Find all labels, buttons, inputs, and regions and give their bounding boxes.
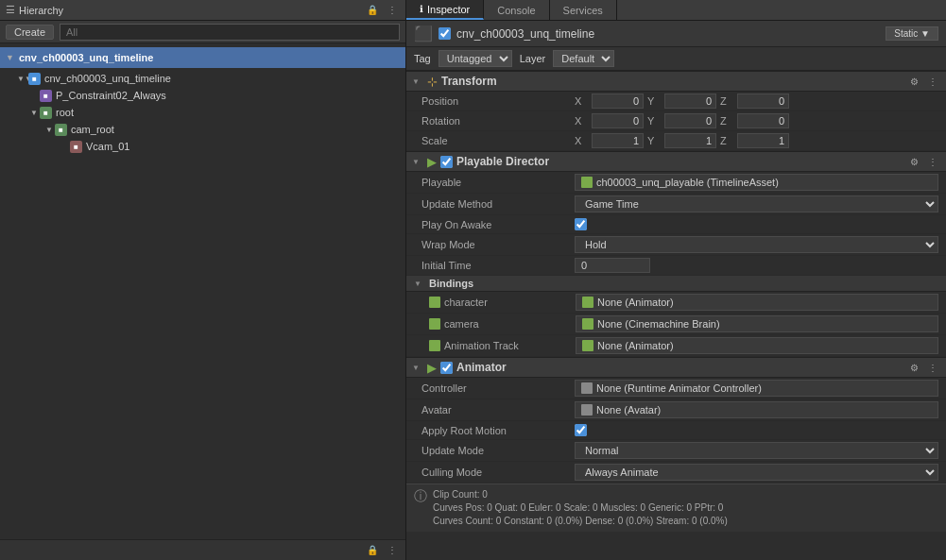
bindings-header[interactable]: Bindings xyxy=(406,276,946,292)
tree-item-cam-root[interactable]: ▼ ■ cam_root xyxy=(0,121,405,138)
hierarchy-icon: ☰ xyxy=(6,4,15,16)
tab-inspector[interactable]: ℹ Inspector xyxy=(406,0,484,20)
scale-x-input[interactable] xyxy=(592,133,644,148)
info-line3: Curves Count: 0 Constant: 0 (0.0%) Dense… xyxy=(433,515,938,528)
tab-services[interactable]: Services xyxy=(550,0,617,20)
tree-label-root-obj: cnv_ch00003_unq_timeline xyxy=(44,73,171,84)
playable-title: Playable Director xyxy=(456,155,549,168)
animator-header[interactable]: ▶ Animator ⚙ ⋮ xyxy=(406,357,946,378)
avatar-row: Avatar None (Avatar) xyxy=(406,399,946,421)
create-button[interactable]: Create xyxy=(6,25,54,40)
pos-x-input[interactable] xyxy=(592,93,644,109)
playable-active-checkbox[interactable] xyxy=(440,156,453,168)
animator-arrow xyxy=(412,364,423,372)
playable-settings-icon[interactable]: ⚙ xyxy=(907,156,921,168)
inspector-tab-icon: ℹ xyxy=(420,4,423,14)
animation-track-field-icon xyxy=(582,340,593,351)
rot-y-input[interactable] xyxy=(664,113,716,128)
animation-track-binding-field[interactable]: None (Animator) xyxy=(576,337,938,354)
wrap-mode-select[interactable]: Hold xyxy=(575,236,938,253)
update-mode-select[interactable]: Normal xyxy=(575,442,938,459)
transform-menu-icon[interactable]: ⋮ xyxy=(925,76,940,88)
tree-item-p-constraint[interactable]: ■ P_Constraint02_Always xyxy=(0,87,405,104)
play-on-awake-label: Play On Awake xyxy=(414,219,575,230)
tree-label-root: root xyxy=(56,107,74,118)
tree-item-root-obj[interactable]: ▼ ■ cnv_ch00003_unq_timeline xyxy=(0,70,405,87)
hierarchy-bottom-menu[interactable]: ⋮ xyxy=(385,544,400,556)
lock-icon[interactable]: 🔒 xyxy=(364,4,381,16)
initial-time-input[interactable] xyxy=(575,258,650,273)
update-method-select[interactable]: Game Time xyxy=(575,195,938,212)
animator-title: Animator xyxy=(456,361,507,374)
info-bar: ⓘ Clip Count: 0 Curves Pos: 0 Quat: 0 Eu… xyxy=(406,484,946,532)
static-button[interactable]: Static ▼ xyxy=(886,26,938,41)
playable-icon: ▶ xyxy=(427,155,437,169)
transform-header[interactable]: ⊹ Transform ⚙ ⋮ xyxy=(406,71,946,92)
avatar-value: None (Avatar) xyxy=(596,404,661,416)
playable-menu-icons: ⚙ ⋮ xyxy=(907,156,940,168)
layer-select[interactable]: Default xyxy=(553,50,614,67)
update-mode-label: Update Mode xyxy=(414,445,575,456)
rot-z-label: Z xyxy=(720,115,733,127)
animator-menu-icons: ⚙ ⋮ xyxy=(907,362,940,374)
avatar-field[interactable]: None (Avatar) xyxy=(575,401,938,418)
playable-director-header[interactable]: ▶ Playable Director ⚙ ⋮ xyxy=(406,151,946,172)
character-binding-icon xyxy=(429,297,440,308)
tree-label-cam-root: cam_root xyxy=(71,124,114,135)
apply-root-motion-label: Apply Root Motion xyxy=(414,425,575,436)
update-mode-row: Update Mode Normal xyxy=(406,440,946,462)
transform-menu-icons: ⚙ ⋮ xyxy=(907,76,940,88)
camera-binding-value: None (Cinemachine Brain) xyxy=(597,318,720,330)
play-on-awake-checkbox[interactable] xyxy=(575,218,587,230)
rot-z-input[interactable] xyxy=(737,113,789,128)
tree-item-vcam-01[interactable]: ■ Vcam_01 xyxy=(0,138,405,155)
tab-bar: ℹ Inspector Console Services xyxy=(406,0,946,21)
scale-z-input[interactable] xyxy=(737,133,789,148)
hierarchy-bottom-bar: 🔒 ⋮ xyxy=(0,539,405,560)
camera-field-icon xyxy=(582,318,593,330)
character-field-icon xyxy=(582,297,593,308)
playable-menu-icon[interactable]: ⋮ xyxy=(925,156,940,168)
services-tab-label: Services xyxy=(563,5,603,16)
scale-y-input[interactable] xyxy=(664,133,716,148)
p-constraint-icon: ■ xyxy=(40,90,52,102)
tag-select[interactable]: Untagged xyxy=(439,50,512,67)
animator-active-checkbox[interactable] xyxy=(440,362,453,374)
playable-asset-value: ch00003_unq_playable (TimelineAsset) xyxy=(596,177,779,188)
tab-console[interactable]: Console xyxy=(484,0,549,20)
object-active-checkbox[interactable] xyxy=(439,27,451,40)
layer-label: Layer xyxy=(520,53,546,64)
search-input[interactable] xyxy=(60,24,400,41)
apply-root-motion-checkbox[interactable] xyxy=(575,424,587,436)
bindings-label: Bindings xyxy=(429,278,473,289)
transform-arrow xyxy=(412,77,423,86)
tree-item-root[interactable]: ▼ ■ root xyxy=(0,104,405,121)
scale-row: Scale X Y Z xyxy=(406,131,946,151)
hierarchy-title: Hierarchy xyxy=(19,5,63,16)
animator-settings-icon[interactable]: ⚙ xyxy=(907,362,921,374)
rot-x-input[interactable] xyxy=(592,113,644,128)
animator-menu-icon[interactable]: ⋮ xyxy=(925,362,940,374)
character-binding-field[interactable]: None (Animator) xyxy=(576,294,938,311)
pos-y-input[interactable] xyxy=(664,93,716,109)
menu-icon[interactable]: ⋮ xyxy=(385,4,400,16)
avatar-field-icon xyxy=(581,404,593,416)
animator-icon: ▶ xyxy=(427,361,437,375)
rot-x-label: X xyxy=(575,115,588,127)
transform-settings-icon[interactable]: ⚙ xyxy=(907,76,921,88)
hierarchy-header: ☰ Hierarchy 🔒 ⋮ xyxy=(0,0,405,21)
hierarchy-panel: ☰ Hierarchy 🔒 ⋮ Create cnv_ch00003_unq_t… xyxy=(0,0,406,560)
pos-z-input[interactable] xyxy=(737,93,789,109)
inspector-panel: ℹ Inspector Console Services ⬛ cnv_ch000… xyxy=(406,0,946,560)
character-binding-label: character xyxy=(429,297,576,308)
camera-binding-field[interactable]: None (Cinemachine Brain) xyxy=(576,315,938,332)
playable-asset-field[interactable]: ch00003_unq_playable (TimelineAsset) xyxy=(575,174,938,191)
culling-mode-select[interactable]: Always Animate xyxy=(575,464,938,481)
controller-label: Controller xyxy=(414,382,575,394)
controller-field[interactable]: None (Runtime Animator Controller) xyxy=(575,380,938,397)
wrap-mode-row: Wrap Mode Hold xyxy=(406,234,946,256)
animation-track-binding-icon xyxy=(429,340,440,351)
play-on-awake-row: Play On Awake xyxy=(406,215,946,234)
hierarchy-bottom-lock[interactable]: 🔒 xyxy=(364,544,381,556)
camera-binding-label: camera xyxy=(429,318,576,330)
